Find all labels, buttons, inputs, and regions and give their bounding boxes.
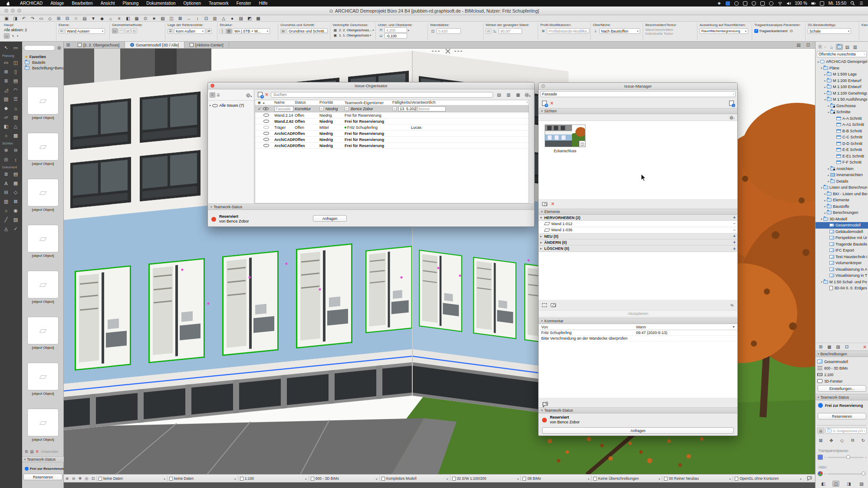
tree-item[interactable]: ▸ BKI - Listen und Bere: [815, 191, 868, 197]
issues-table-header[interactable]: ▦▲ Name Status Priorität Teamwork-Eigent…: [255, 100, 529, 105]
viewport-tab[interactable]: [Aktions-Center]: [184, 42, 229, 48]
element-add-remove-button[interactable]: +: [733, 234, 736, 239]
haupt-expander[interactable]: ▾: [17, 34, 18, 38]
comment-sort-icon[interactable]: ▼: [732, 325, 737, 328]
toolbar-icon[interactable]: ▼: [89, 16, 97, 21]
struktur-combo[interactable]: WA | STB + W...▾: [233, 28, 270, 34]
element-add-remove-button[interactable]: +: [733, 215, 736, 220]
favorite-preview[interactable]: ▱: [27, 87, 59, 115]
tool-icon[interactable]: ◿: [1, 85, 11, 95]
comment-col-wann[interactable]: Wann: [636, 325, 646, 329]
delete-issue-icon[interactable]: ×: [265, 92, 268, 98]
pane-toggle-right-icon[interactable]: ◨: [845, 481, 852, 487]
tool-icon[interactable]: ◫: [11, 58, 20, 67]
element-add-remove-button[interactable]: −: [733, 228, 736, 233]
toolbar-icon[interactable]: ▩: [254, 16, 262, 21]
menu-clock[interactable]: Mi. 15:50: [829, 1, 846, 6]
tree-item[interactable]: ▾ Listen und Berechnungn: [815, 184, 868, 191]
pane-settings-icon[interactable]: ▨: [858, 481, 865, 487]
tool-icon[interactable]: ◬: [1, 224, 11, 233]
statusbar-quickoption[interactable]: 00 Reiner Neubau ▸: [662, 476, 733, 481]
nav-clone-icon[interactable]: ▦: [826, 344, 833, 350]
morph-icon[interactable]: ◇: [838, 437, 845, 443]
zoom-out-icon[interactable]: ⊖: [70, 476, 77, 481]
tool-icon[interactable]: ╱: [1, 215, 11, 224]
tool-icon[interactable]: ▤: [11, 170, 20, 179]
tree-item[interactable]: ▾ M 1:50 Schal- und Positi: [815, 279, 868, 285]
issue-due-field[interactable]: 13. 5.202▲▼: [398, 106, 416, 111]
copy-icon[interactable]: ⧉: [849, 437, 856, 443]
favorites-folder[interactable]: Bauteile: [22, 59, 63, 65]
tree-item[interactable]: F-F Schnitt: [815, 159, 868, 166]
viewport-tab[interactable]: ! Gesamtmodell [3D / Alle]: [125, 42, 184, 48]
organisator-teamwork-header[interactable]: ▾Teamwork-Status: [208, 203, 534, 210]
favorites-gear-icon[interactable]: [57, 46, 62, 50]
select-tool-icon[interactable]: ↖: [1, 43, 11, 52]
tree-item[interactable]: ▸ Baustoffe: [815, 203, 868, 210]
menu-item[interactable]: Bearbeiten: [68, 1, 96, 6]
apple-menu-icon[interactable]: [5, 0, 10, 6]
new-issue-icon[interactable]: [542, 101, 547, 106]
favorite-tile[interactable]: ▱ [object Object]: [22, 317, 64, 350]
tool-icon[interactable]: ◉: [11, 206, 20, 215]
ebene-combo[interactable]: Wand Aussen▾: [65, 28, 105, 34]
structure-composite-icon[interactable]: ▥: [226, 29, 232, 34]
tree-item[interactable]: Visualisierung in ARC: [815, 266, 868, 273]
issue-owner-field[interactable]: Bence Zobor: [351, 107, 392, 111]
tool-icon[interactable]: ◠: [11, 85, 20, 95]
tree-item[interactable]: E-E Schnitt: [815, 147, 868, 153]
pick-elements-icon[interactable]: [551, 303, 556, 307]
toolbar-icon[interactable]: ◨: [11, 16, 19, 21]
tree-item[interactable]: ▸ M 1:200 Entwurf: [815, 78, 868, 84]
toolbar-icon[interactable]: ↶: [20, 16, 28, 21]
tool-icon[interactable]: △: [11, 122, 20, 131]
tool-icon[interactable]: ⊠: [11, 197, 20, 206]
statusbar-quickoption[interactable]: Komplettes Modell ▸: [379, 476, 450, 481]
tree-item[interactable]: B-B Schnitt: [815, 128, 868, 134]
manager-teamwork-header[interactable]: ▾Teamwork-Status: [539, 407, 737, 413]
tool-icon[interactable]: ◎: [1, 155, 11, 164]
grundriss-combo[interactable]: Grundriss und Schnitt...▸: [287, 28, 328, 34]
tool-icon[interactable]: ▭: [1, 58, 11, 67]
nav-delete-icon[interactable]: ×: [863, 344, 866, 350]
close-palette-button[interactable]: [541, 84, 545, 88]
slant-icon[interactable]: ▱: [486, 29, 491, 34]
zoom-in-icon[interactable]: ⊕: [64, 476, 70, 481]
capture-view-icon[interactable]: [542, 202, 547, 206]
column-view-icon[interactable]: ▥: [505, 92, 512, 98]
tree-item[interactable]: Volumenkörper: [815, 260, 868, 266]
nav-update-icon[interactable]: ⊡: [843, 344, 850, 350]
toolbar-icon[interactable]: ↔: [185, 16, 193, 21]
delete-view-icon[interactable]: ×: [551, 201, 554, 207]
referenzlinie-combo[interactable]: Kern Außen▾: [174, 28, 205, 34]
layer-lock-icon[interactable]: ⊙: [59, 29, 64, 34]
export-issue-icon[interactable]: [729, 101, 734, 106]
toolbar-icon[interactable]: ⊠: [176, 16, 184, 21]
layer-combo[interactable]: 0. Erdgeschoss (\Öff...›: [825, 428, 867, 434]
tool-icon[interactable]: ↕: [11, 155, 20, 164]
tool-icon[interactable]: ▤: [11, 76, 20, 85]
beschreibungen-header[interactable]: Beschreibungen: [820, 352, 847, 356]
toolbar-icon[interactable]: ▤: [81, 16, 89, 21]
navigator-layout-book-icon[interactable]: ▤: [844, 44, 851, 50]
tool-icon[interactable]: ○: [1, 206, 11, 215]
prio-picker-button[interactable]: ›: [345, 106, 349, 111]
profil-combo[interactable]: Profilabstands-Modifika...▾: [547, 28, 589, 34]
geschoss-oben[interactable]: 2. 2. Obergeschoss...: [339, 28, 372, 32]
tool-icon[interactable]: ⊕: [1, 146, 11, 155]
favorite-preview[interactable]: ▱: [27, 133, 59, 160]
menu-item[interactable]: ARCHICAD: [16, 1, 46, 6]
pan-icon[interactable]: ✥: [77, 476, 83, 481]
menu-item[interactable]: Teamwork: [205, 1, 233, 6]
geschoss-unten[interactable]: 1. 1. Obergeschoss: [339, 33, 369, 37]
issue-selector-combo[interactable]: Fassade›: [540, 91, 736, 97]
elemente-section-header[interactable]: ▾Elemente: [539, 209, 737, 215]
favorite-preview[interactable]: ▱: [27, 179, 59, 206]
favorite-add-icon[interactable]: ⊞: [25, 449, 28, 454]
wifi-icon[interactable]: [778, 1, 783, 6]
issue-row[interactable]: Wand.2.62 Offen Niedrig Frei für Reservi…: [255, 118, 529, 124]
statusbar-bubble-icon[interactable]: [806, 476, 812, 481]
table-view-icon[interactable]: ▤: [496, 92, 503, 98]
favorites-folder[interactable]: Beschriftung+Bemaßu: [22, 65, 63, 71]
viewmap-scope-combo[interactable]: Öffentliche Ausschnitte›: [817, 51, 867, 57]
